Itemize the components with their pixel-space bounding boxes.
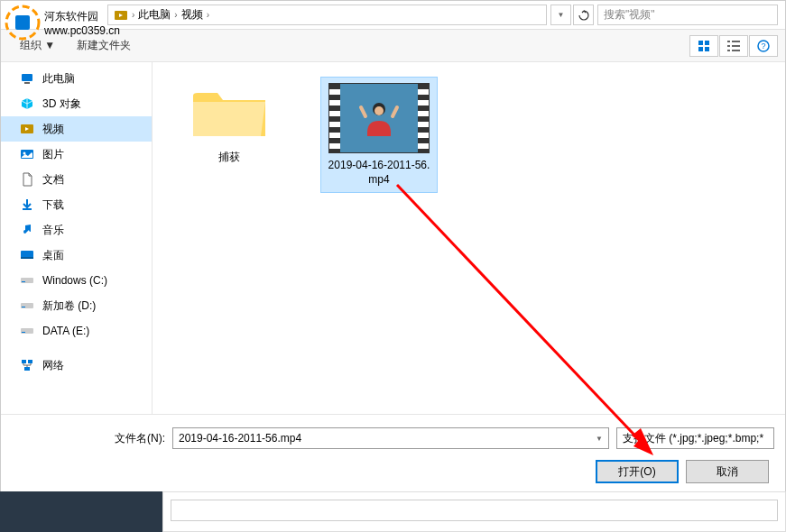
svg-text:?: ? bbox=[761, 41, 765, 50]
sidebar-item-downloads[interactable]: 下载 bbox=[1, 192, 152, 217]
svg-rect-31 bbox=[22, 360, 26, 363]
music-icon bbox=[19, 222, 35, 238]
svg-rect-6 bbox=[698, 47, 703, 51]
cancel-button[interactable]: 取消 bbox=[686, 460, 769, 483]
svg-rect-33 bbox=[24, 367, 30, 371]
sidebar-item-computer[interactable]: 此电脑 bbox=[1, 66, 152, 91]
watermark-url: www.pc0359.cn bbox=[44, 24, 120, 37]
svg-rect-5 bbox=[705, 41, 709, 45]
folder-item[interactable]: 捕获 bbox=[171, 77, 288, 170]
svg-rect-25 bbox=[21, 278, 33, 283]
chevron-down-icon: ▼ bbox=[596, 435, 603, 443]
svg-rect-11 bbox=[732, 45, 740, 47]
downloads-icon bbox=[19, 197, 35, 213]
svg-rect-28 bbox=[22, 307, 25, 307]
svg-rect-26 bbox=[22, 281, 25, 282]
3d-icon bbox=[19, 96, 35, 112]
svg-rect-32 bbox=[28, 360, 32, 363]
help-button[interactable]: ? bbox=[749, 35, 778, 57]
grid-icon bbox=[698, 40, 710, 52]
background-app-strip bbox=[0, 491, 786, 532]
video-file-item[interactable]: 2019-04-16-2011-56.mp4 bbox=[320, 77, 438, 193]
sidebar-item-desktop[interactable]: 桌面 bbox=[1, 243, 152, 268]
chevron-right-icon: › bbox=[174, 10, 177, 20]
video-icon bbox=[19, 121, 35, 137]
video-thumbnail bbox=[328, 83, 430, 153]
filetype-select[interactable]: 支持文件 (*.jpg;*.jpeg;*.bmp;* bbox=[616, 427, 774, 449]
desktop-icon bbox=[19, 247, 35, 263]
svg-rect-7 bbox=[705, 47, 709, 51]
view-icons-button[interactable] bbox=[689, 35, 718, 57]
svg-rect-8 bbox=[727, 41, 730, 42]
sidebar-item-drive-d[interactable]: 新加卷 (D:) bbox=[1, 293, 152, 318]
sidebar-item-documents[interactable]: 文档 bbox=[1, 167, 152, 192]
breadcrumb[interactable]: › 此电脑 › 视频 › bbox=[107, 5, 547, 25]
documents-icon bbox=[19, 171, 35, 188]
refresh-icon bbox=[578, 10, 589, 21]
svg-rect-17 bbox=[24, 82, 30, 84]
watermark-logo-icon bbox=[5, 5, 41, 41]
svg-point-35 bbox=[375, 106, 384, 115]
sidebar-item-pictures[interactable]: 图片 bbox=[1, 142, 152, 167]
sidebar: 此电脑 3D 对象 视频 图片 文档 下载 bbox=[1, 62, 153, 414]
svg-rect-13 bbox=[732, 50, 740, 51]
file-list: 捕获 2019-04-16-2011-56.mp4 bbox=[153, 62, 785, 414]
view-details-button[interactable] bbox=[719, 35, 748, 57]
svg-rect-12 bbox=[727, 50, 730, 51]
filename-input[interactable]: 2019-04-16-2011-56.mp4 ▼ bbox=[172, 427, 609, 449]
breadcrumb-part[interactable]: 此电脑 bbox=[138, 7, 171, 23]
bottom-panel: 文件名(N): 2019-04-16-2011-56.mp4 ▼ 支持文件 (*… bbox=[1, 414, 785, 496]
drive-icon bbox=[19, 272, 35, 289]
sidebar-item-drive-e[interactable]: DATA (E:) bbox=[1, 318, 152, 344]
folder-icon bbox=[189, 82, 270, 145]
video-filename: 2019-04-16-2011-56.mp4 bbox=[327, 159, 431, 187]
help-icon: ? bbox=[757, 40, 770, 52]
refresh-button[interactable] bbox=[573, 5, 594, 25]
filename-label: 文件名(N): bbox=[12, 431, 165, 446]
sidebar-item-music[interactable]: 音乐 bbox=[1, 217, 152, 243]
open-button[interactable]: 打开(O) bbox=[596, 460, 679, 483]
svg-rect-24 bbox=[21, 257, 33, 259]
drive-icon bbox=[19, 323, 35, 339]
folder-name: 捕获 bbox=[218, 151, 240, 165]
sidebar-item-drive-c[interactable]: Windows (C:) bbox=[1, 268, 152, 293]
svg-rect-22 bbox=[23, 208, 32, 210]
computer-icon bbox=[19, 70, 35, 87]
chevron-right-icon: › bbox=[132, 10, 134, 20]
watermark-logo-area: 河东软件园 www.pc0359.cn bbox=[5, 5, 120, 41]
drive-icon bbox=[19, 298, 35, 314]
sidebar-item-videos[interactable]: 视频 bbox=[1, 116, 152, 142]
svg-rect-10 bbox=[727, 45, 730, 47]
svg-rect-1 bbox=[15, 15, 30, 30]
svg-rect-9 bbox=[732, 41, 740, 42]
sidebar-item-3d[interactable]: 3D 对象 bbox=[1, 91, 152, 116]
list-icon bbox=[727, 40, 740, 52]
chevron-right-icon: › bbox=[207, 10, 209, 20]
watermark-title: 河东软件园 bbox=[44, 9, 120, 24]
dropdown-button[interactable]: ▼ bbox=[550, 5, 571, 25]
search-input[interactable]: 搜索"视频" bbox=[597, 5, 778, 25]
svg-rect-16 bbox=[22, 74, 32, 81]
svg-rect-30 bbox=[22, 332, 25, 333]
sidebar-item-network[interactable]: 网络 bbox=[1, 353, 152, 378]
svg-rect-4 bbox=[698, 41, 703, 45]
breadcrumb-part[interactable]: 视频 bbox=[181, 7, 203, 23]
svg-rect-29 bbox=[21, 328, 33, 334]
network-icon bbox=[19, 357, 35, 373]
svg-rect-27 bbox=[21, 303, 33, 308]
pictures-icon bbox=[19, 146, 35, 162]
